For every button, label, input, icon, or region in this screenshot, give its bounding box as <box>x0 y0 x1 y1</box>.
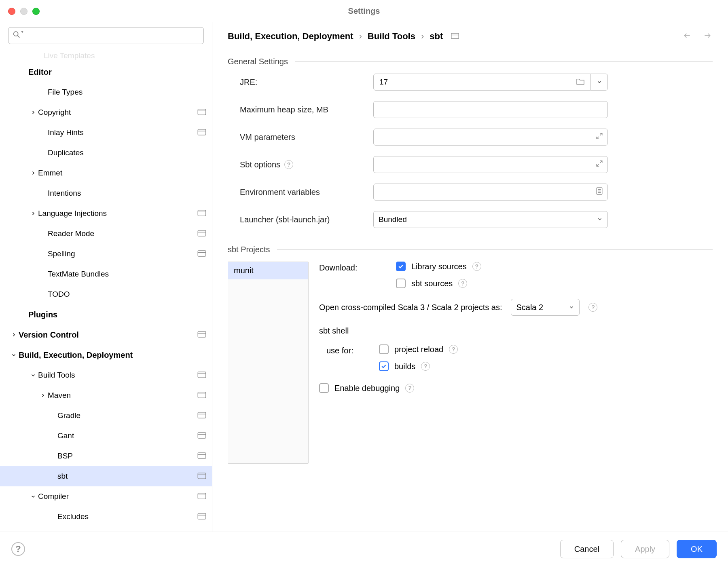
help-button[interactable]: ? <box>11 542 25 556</box>
tree-item-language-injections[interactable]: Language Injections <box>0 203 212 224</box>
tree-item-label: Reader Mode <box>48 229 197 238</box>
cross-compile-select[interactable]: Scala 2 <box>511 299 580 316</box>
chevron-right-icon[interactable] <box>28 110 38 115</box>
tree-item-editor[interactable]: Editor <box>0 62 212 82</box>
sbtopt-input[interactable] <box>373 156 608 173</box>
project-tag-icon <box>197 331 206 338</box>
tree-item-inlay-hints[interactable]: Inlay Hints <box>0 122 212 143</box>
chevron-right-icon[interactable] <box>28 211 38 216</box>
ok-button[interactable]: OK <box>677 540 717 558</box>
enable-debugging-checkbox[interactable] <box>319 383 329 393</box>
tree-item-duplicates[interactable]: Duplicates <box>0 143 212 163</box>
breadcrumb: Build, Execution, Deployment › Build Too… <box>228 31 459 42</box>
vm-input[interactable] <box>373 129 608 146</box>
vm-label: VM parameters <box>240 133 373 142</box>
project-list-item[interactable]: munit <box>228 262 308 279</box>
tree-item-label: Intentions <box>48 189 206 198</box>
chevron-down-icon[interactable] <box>28 373 38 378</box>
chevron-down-icon[interactable] <box>28 494 38 499</box>
library-sources-checkbox[interactable] <box>396 262 406 271</box>
launcher-select[interactable]: Bundled <box>373 211 608 228</box>
chevron-right-icon[interactable] <box>28 171 38 175</box>
chevron-down-icon <box>597 215 603 224</box>
tree-item-bsp[interactable]: BSP <box>0 446 212 466</box>
tree-item-build-execution-deployment[interactable]: Build, Execution, Deployment <box>0 345 212 365</box>
expand-icon[interactable] <box>596 133 603 142</box>
window-title: Settings <box>348 6 380 16</box>
search-input[interactable] <box>8 27 204 44</box>
help-icon[interactable]: ? <box>284 160 293 169</box>
svg-point-0 <box>14 32 18 36</box>
help-icon[interactable]: ? <box>449 345 458 354</box>
chevron-down-icon[interactable] <box>591 74 608 91</box>
help-icon[interactable]: ? <box>405 384 414 393</box>
maximize-window-button[interactable] <box>32 8 40 15</box>
tree-item-file-types[interactable]: File Types <box>0 82 212 102</box>
tree-item-plugins[interactable]: Plugins <box>0 304 212 325</box>
tree-item-maven[interactable]: Maven <box>0 385 212 405</box>
jre-combo[interactable]: 17 <box>373 74 608 91</box>
chevron-right-icon[interactable] <box>9 332 19 337</box>
tree-item-todo[interactable]: TODO <box>0 284 212 304</box>
builds-checkbox[interactable] <box>379 361 389 371</box>
settings-main: Build, Execution, Deployment › Build Too… <box>212 22 728 532</box>
help-icon[interactable]: ? <box>588 303 597 312</box>
tree-item-textmate-bundles[interactable]: TextMate Bundles <box>0 264 212 284</box>
tree-item-intentions[interactable]: Intentions <box>0 183 212 203</box>
project-tag-icon <box>197 513 206 520</box>
nav-back-button[interactable] <box>682 32 692 42</box>
sbt-projects-section: sbt Projects <box>228 245 713 254</box>
project-tag-icon <box>197 129 206 136</box>
enable-debugging-label: Enable debugging <box>334 384 400 393</box>
project-reload-checkbox[interactable] <box>379 344 389 354</box>
tree-item-label: Version Control <box>19 330 197 340</box>
project-reload-label: project reload <box>394 345 443 354</box>
tree-item-compiler[interactable]: Compiler <box>0 486 212 507</box>
svg-rect-6 <box>198 210 206 216</box>
sbt-shell-section: sbt shell <box>319 326 713 336</box>
tree-item-copyright[interactable]: Copyright <box>0 102 212 122</box>
apply-button[interactable]: Apply <box>621 540 669 558</box>
heap-input[interactable] <box>373 101 608 118</box>
help-icon[interactable]: ? <box>458 279 467 288</box>
window-controls <box>8 8 40 15</box>
tree-item-version-control[interactable]: Version Control <box>0 325 212 345</box>
tree-item-sbt[interactable]: sbt <box>0 466 212 486</box>
project-tag-icon <box>197 473 206 480</box>
svg-line-1 <box>17 36 19 38</box>
minimize-window-button[interactable] <box>20 8 28 15</box>
chevron-down-icon[interactable] <box>9 353 19 357</box>
help-icon[interactable]: ? <box>421 362 430 371</box>
chevron-right-icon[interactable] <box>38 393 48 398</box>
tree-item-gant[interactable]: Gant <box>0 426 212 446</box>
expand-icon[interactable] <box>596 160 603 169</box>
svg-rect-8 <box>198 230 206 236</box>
sbt-sources-checkbox[interactable] <box>396 279 406 288</box>
list-icon[interactable] <box>596 187 603 197</box>
svg-rect-12 <box>198 332 206 337</box>
help-icon[interactable]: ? <box>472 262 481 271</box>
tree-item-spelling[interactable]: Spelling <box>0 244 212 264</box>
tree-item-label: Copyright <box>38 108 197 117</box>
svg-rect-28 <box>198 513 206 519</box>
tree-item-label: Inlay Hints <box>48 128 197 137</box>
nav-forward-button[interactable] <box>702 32 713 42</box>
tree-item-emmet[interactable]: Emmet <box>0 163 212 183</box>
svg-rect-22 <box>198 453 206 458</box>
tree-item-label: Compiler <box>38 492 197 501</box>
cancel-button[interactable]: Cancel <box>560 540 614 558</box>
general-settings-section: General Settings <box>228 57 713 66</box>
folder-icon[interactable] <box>576 78 585 87</box>
tree-item-gradle[interactable]: Gradle <box>0 405 212 426</box>
close-window-button[interactable] <box>8 8 15 15</box>
tree-item-excludes[interactable]: Excludes <box>0 507 212 527</box>
tree-item-build-tools[interactable]: Build Tools <box>0 365 212 385</box>
search-icon: ▾ <box>12 30 21 41</box>
tree-item-label: Language Injections <box>38 209 197 218</box>
project-tag-icon <box>197 372 206 379</box>
launcher-label: Launcher (sbt-launch.jar) <box>240 215 373 224</box>
project-list[interactable]: munit <box>228 262 309 464</box>
tree-item-reader-mode[interactable]: Reader Mode <box>0 224 212 244</box>
env-input[interactable] <box>373 184 608 201</box>
cross-compile-label: Open cross-compiled Scala 3 / Scala 2 pr… <box>319 303 502 312</box>
